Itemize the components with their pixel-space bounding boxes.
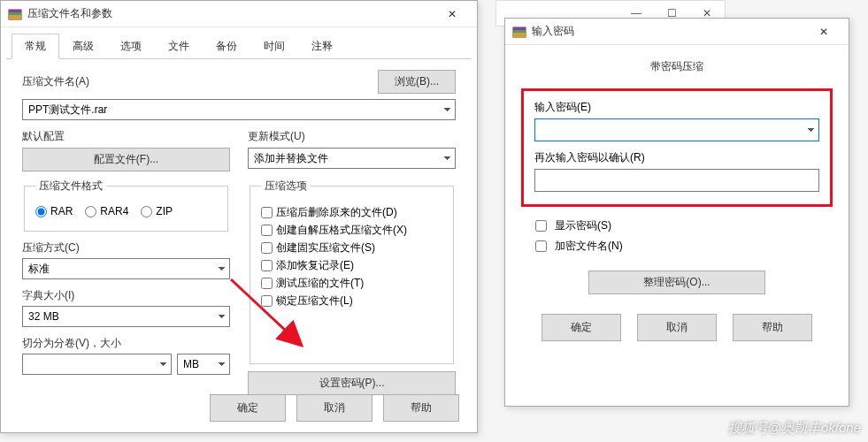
password-titlebar[interactable]: 输入密码 ✕ — [505, 19, 849, 45]
dict-label: 字典大小(I) — [22, 288, 230, 303]
password-label: 输入密码(E) — [534, 100, 819, 115]
tab-content: 压缩文件名(A) 浏览(B)... PPT测试文件.rar 默认配置 配置文件(… — [1, 59, 477, 406]
password-title: 输入密码 — [532, 24, 806, 39]
svg-rect-1 — [9, 10, 21, 12]
options-legend: 压缩选项 — [261, 179, 311, 194]
password-subtitle: 带密码压缩 — [521, 59, 833, 74]
password-help-button[interactable]: 帮助 — [733, 314, 812, 341]
split-size-select[interactable] — [22, 354, 172, 375]
organize-passwords-button[interactable]: 整理密码(O)... — [588, 271, 765, 294]
svg-rect-7 — [513, 30, 526, 33]
highlighted-password-area: 输入密码(E) 再次输入密码以确认(R) — [521, 88, 833, 207]
format-legend: 压缩文件格式 — [35, 179, 106, 194]
browse-button[interactable]: 浏览(B)... — [378, 70, 456, 94]
config-button[interactable]: 配置文件(F)... — [22, 148, 230, 171]
opt-solid[interactable]: 创建固实压缩文件(S) — [261, 240, 442, 255]
filename-input[interactable]: PPT测试文件.rar — [22, 99, 456, 120]
method-select[interactable]: 标准 — [22, 258, 230, 279]
confirm-password-input[interactable] — [534, 169, 819, 192]
password-dialog: 输入密码 ✕ 带密码压缩 输入密码(E) 再次输入密码以确认(R) 显示密码(S… — [504, 18, 849, 407]
compress-close-button[interactable]: ✕ — [434, 4, 470, 25]
format-rar4[interactable]: RAR4 — [85, 205, 128, 217]
tab-time[interactable]: 时间 — [250, 34, 298, 59]
help-button[interactable]: 帮助 — [383, 394, 459, 422]
tab-general[interactable]: 常规 — [12, 34, 59, 59]
svg-rect-8 — [513, 33, 526, 37]
password-ok-button[interactable]: 确定 — [542, 314, 621, 341]
update-mode-label: 更新模式(U) — [248, 129, 456, 144]
compress-titlebar[interactable]: 压缩文件名和参数 ✕ — [1, 1, 477, 27]
winrar-icon — [512, 25, 526, 39]
tab-comment[interactable]: 注释 — [298, 34, 346, 59]
tab-options[interactable]: 选项 — [107, 34, 155, 59]
svg-rect-3 — [9, 15, 21, 19]
opt-test[interactable]: 测试压缩的文件(T) — [261, 276, 442, 291]
compress-dialog: 压缩文件名和参数 ✕ 常规 高级 选项 文件 备份 时间 注释 压缩文件名(A)… — [0, 0, 478, 433]
format-group: 压缩文件格式 RAR RAR4 ZIP — [24, 179, 228, 232]
update-mode-select[interactable]: 添加并替换文件 — [248, 148, 456, 169]
options-group: 压缩选项 压缩后删除原来的文件(D) 创建自解压格式压缩文件(X) 创建固实压缩… — [250, 179, 454, 364]
opt-sfx[interactable]: 创建自解压格式压缩文件(X) — [261, 223, 442, 238]
encrypt-filenames-checkbox[interactable]: 加密文件名(N) — [521, 238, 833, 255]
password-dialog-buttons: 确定 取消 帮助 — [521, 314, 833, 341]
format-zip[interactable]: ZIP — [141, 205, 173, 217]
tab-advanced[interactable]: 高级 — [59, 34, 107, 59]
filename-label: 压缩文件名(A) — [22, 74, 378, 89]
confirm-password-label: 再次输入密码以确认(R) — [534, 150, 819, 165]
password-close-button[interactable]: ✕ — [806, 21, 841, 42]
opt-lock[interactable]: 锁定压缩文件(L) — [261, 293, 442, 309]
format-rar[interactable]: RAR — [35, 205, 73, 217]
svg-rect-6 — [513, 27, 526, 30]
password-input[interactable] — [534, 118, 819, 141]
dict-select[interactable]: 32 MB — [22, 306, 230, 327]
show-password-checkbox[interactable]: 显示密码(S) — [521, 217, 833, 234]
compress-title: 压缩文件名和参数 — [27, 6, 434, 21]
compress-dialog-buttons: 确定 取消 帮助 — [210, 394, 459, 422]
ok-button[interactable]: 确定 — [210, 394, 286, 422]
split-unit-select[interactable]: MB — [177, 354, 230, 375]
split-label: 切分为分卷(V)，大小 — [22, 336, 230, 351]
opt-recovery[interactable]: 添加恢复记录(E) — [261, 258, 442, 273]
winrar-icon — [8, 7, 22, 21]
svg-rect-2 — [9, 12, 21, 15]
opt-delete-after[interactable]: 压缩后删除原来的文件(D) — [261, 205, 442, 220]
password-cancel-button[interactable]: 取消 — [637, 314, 717, 341]
cancel-button[interactable]: 取消 — [296, 394, 373, 422]
tab-backup[interactable]: 备份 — [203, 34, 250, 59]
default-config-label: 默认配置 — [22, 129, 230, 144]
watermark-text: 搜狐号@奥凯丰okfone — [728, 420, 861, 437]
set-password-button[interactable]: 设置密码(P)... — [248, 371, 456, 395]
tab-files[interactable]: 文件 — [155, 34, 203, 59]
method-label: 压缩方式(C) — [22, 240, 230, 255]
tab-strip: 常规 高级 选项 文件 备份 时间 注释 — [6, 33, 472, 59]
